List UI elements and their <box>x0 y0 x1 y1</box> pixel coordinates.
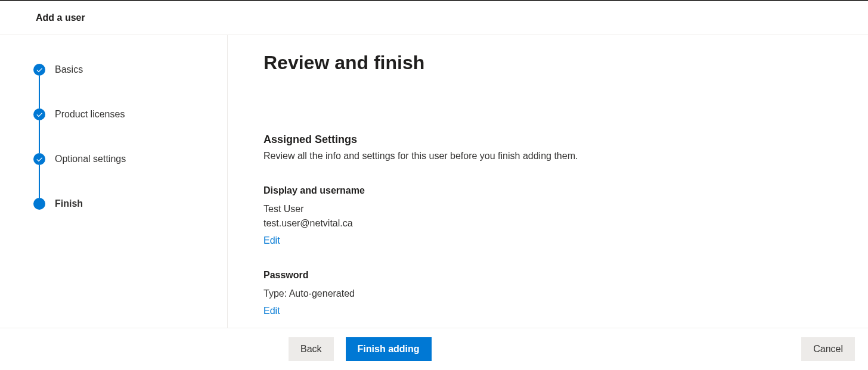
display-username-group: Display and username Test User test.user… <box>264 185 832 246</box>
current-step-dot-icon <box>33 198 45 210</box>
step-optional-settings[interactable]: Optional settings <box>33 153 227 165</box>
edit-password-link[interactable]: Edit <box>264 306 280 316</box>
display-name-value: Test User <box>264 202 832 216</box>
wizard-steps-sidebar: Basics Product licenses Optional setting… <box>0 35 228 328</box>
wizard-footer: Back Finish adding Cancel <box>0 328 868 370</box>
username-email-value: test.user@netvital.ca <box>264 216 832 231</box>
step-product-licenses[interactable]: Product licenses <box>33 108 227 120</box>
main-content: Review and finish Assigned Settings Revi… <box>228 35 868 328</box>
assigned-settings-title: Assigned Settings <box>264 133 832 146</box>
step-label: Basics <box>55 64 83 75</box>
panel-title: Add a user <box>36 13 85 23</box>
step-label: Optional settings <box>55 154 126 164</box>
edit-display-username-link[interactable]: Edit <box>264 235 280 246</box>
step-finish[interactable]: Finish <box>33 198 227 210</box>
step-connector <box>39 165 40 198</box>
panel-header: Add a user <box>0 1 868 35</box>
checkmark-icon <box>33 153 45 165</box>
page-heading: Review and finish <box>264 52 832 74</box>
finish-adding-button[interactable]: Finish adding <box>346 337 432 361</box>
panel-body: Basics Product licenses Optional setting… <box>0 35 868 328</box>
password-type-value: Type: Auto-generated <box>264 287 832 301</box>
checkmark-icon <box>33 108 45 120</box>
cancel-button[interactable]: Cancel <box>801 337 855 361</box>
step-connector <box>39 76 40 108</box>
password-title: Password <box>264 270 832 281</box>
password-group: Password Type: Auto-generated Edit <box>264 270 832 316</box>
display-username-title: Display and username <box>264 185 832 196</box>
assigned-settings-desc: Review all the info and settings for thi… <box>264 151 832 161</box>
step-label: Finish <box>55 198 83 209</box>
step-basics[interactable]: Basics <box>33 64 227 76</box>
step-label: Product licenses <box>55 109 125 120</box>
checkmark-icon <box>33 64 45 76</box>
step-connector <box>39 120 40 153</box>
back-button[interactable]: Back <box>289 337 334 361</box>
